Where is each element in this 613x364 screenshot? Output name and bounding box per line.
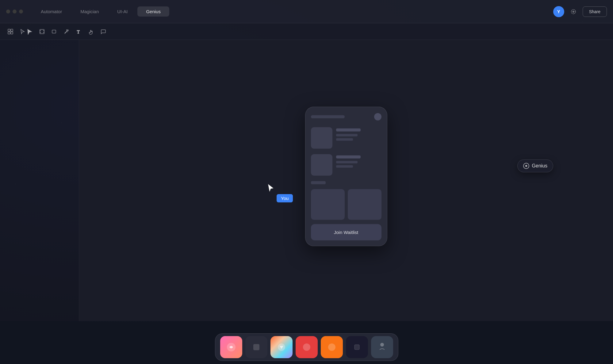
svg-point-18 [328,343,335,351]
cta-button[interactable]: Join Waitlist [311,224,381,240]
tab-ui-ai[interactable]: UI-AI [109,6,136,17]
tab-genius[interactable]: Genius [137,6,169,17]
item-sub-line-1b [336,138,353,140]
hand-tool[interactable] [88,29,94,35]
genius-dot-icon [523,163,529,169]
svg-rect-11 [52,30,56,33]
tab-list: Automator Magician UI-AI Genius [32,6,553,17]
comment-tool[interactable] [100,29,106,35]
svg-rect-6 [40,29,44,34]
item-sub-line-1a [336,134,358,136]
dock [215,333,398,361]
dock-icon-5[interactable] [321,336,343,358]
text-tool[interactable]: T [76,29,82,35]
item-sub-line-2b [336,165,353,167]
pen-tool[interactable] [63,29,70,35]
user-avatar[interactable]: Y [553,6,564,17]
phone-mockup: Join Waitlist [305,106,387,246]
svg-text:T: T [77,30,80,34]
title-bar: Automator Magician UI-AI Genius Y Share [0,0,613,23]
item-lines-2 [336,154,381,167]
cursor [267,183,275,194]
left-sidebar [0,40,79,321]
phone-title-placeholder [311,115,345,118]
svg-point-17 [303,343,310,351]
dock-icon-2[interactable] [245,336,267,358]
svg-point-20 [380,343,384,347]
item-lines-1 [336,127,381,140]
maximize-button[interactable] [19,10,23,13]
item-thumbnail-2 [311,154,332,175]
genius-tooltip: Genius [517,159,553,172]
canvas-area[interactable]: Join Waitlist Genius You [79,40,613,321]
dock-icon-3[interactable] [270,336,293,358]
svg-point-1 [571,10,576,14]
toolbar: T [0,23,613,40]
settings-icon-btn[interactable] [568,6,579,17]
grid-item-2 [348,189,381,220]
svg-rect-15 [253,344,259,350]
genius-tooltip-label: Genius [532,163,547,169]
svg-rect-2 [8,29,10,31]
grid-item-1 [311,189,345,220]
frame-tool[interactable] [39,29,45,35]
phone-list-item-1 [311,127,381,148]
grid-tool[interactable] [7,29,13,35]
phone-grid-section [311,189,381,220]
window-controls [6,10,23,13]
svg-point-0 [573,11,574,12]
dock-icon-6[interactable] [346,336,368,358]
you-badge: You [277,194,293,202]
item-title-line-2 [336,155,361,158]
item-title-line-1 [336,128,361,131]
dock-icon-4[interactable] [296,336,318,358]
dock-icon-1[interactable] [220,336,242,358]
phone-avatar [374,113,381,120]
item-thumbnail-1 [311,127,332,148]
svg-point-12 [67,30,68,31]
dock-icon-7[interactable] [371,336,393,358]
shape-tool[interactable] [51,29,57,35]
share-button[interactable]: Share [583,6,607,17]
settings-icon [570,9,577,15]
cursor-tool[interactable] [20,29,33,35]
tab-automator[interactable]: Automator [32,6,71,17]
phone-header [311,113,381,120]
svg-rect-5 [11,32,13,34]
svg-rect-3 [11,29,13,31]
item-sub-line-2a [336,161,358,163]
minimize-button[interactable] [13,10,17,13]
close-button[interactable] [6,10,10,13]
svg-rect-4 [8,32,10,34]
svg-rect-19 [354,345,359,350]
title-bar-right: Y Share [553,6,607,17]
tab-magician[interactable]: Magician [72,6,107,17]
genius-dot-inner [525,165,527,167]
section-tag [311,181,326,184]
phone-list-item-2 [311,154,381,175]
